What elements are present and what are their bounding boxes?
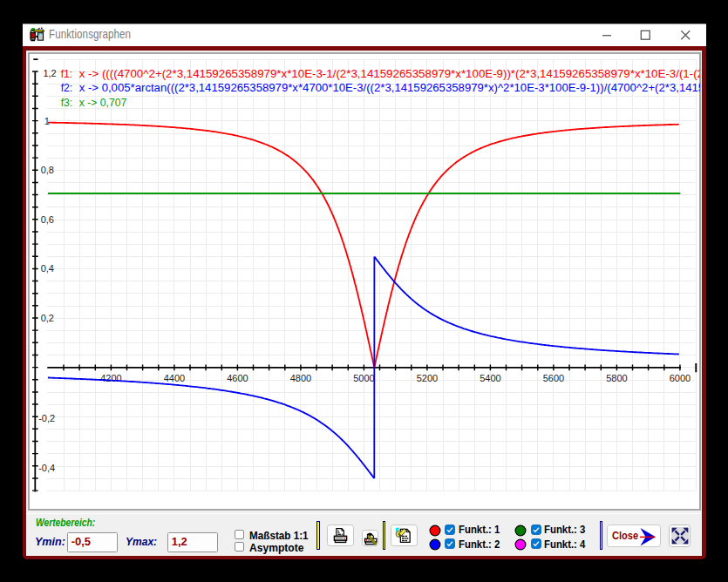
svg-text:1,2: 1,2 [43,68,56,78]
svg-text:0,4: 0,4 [40,263,53,274]
svg-text:4600: 4600 [227,373,248,383]
svg-text:x -> 0,005*arctan(((2*3,141592: x -> 0,005*arctan(((2*3,14159265358979*x… [78,82,699,94]
svg-text:0,2: 0,2 [40,313,53,323]
svg-text:5000: 5000 [353,373,374,383]
svg-text:-0,4: -0,4 [38,463,55,473]
svg-text:f3:: f3: [60,97,72,109]
svg-text:x -> ((((4700^2+(2*3,141592653: x -> ((((4700^2+(2*3,14159265358979*x*10… [78,68,699,80]
svg-text:5800: 5800 [606,373,627,383]
svg-text:0,8: 0,8 [40,165,53,175]
svg-text:5600: 5600 [542,373,563,383]
svg-text:4400: 4400 [163,373,184,383]
svg-text:5200: 5200 [416,373,437,383]
svg-text:-0,2: -0,2 [38,413,55,423]
svg-text:x -> 0,707: x -> 0,707 [78,97,126,109]
svg-text:f1:: f1: [60,68,72,80]
svg-text:4200: 4200 [100,373,121,383]
svg-text:f2:: f2: [60,82,72,94]
svg-text:5400: 5400 [480,373,500,383]
svg-text:6000: 6000 [669,373,690,383]
svg-text:1: 1 [44,116,49,126]
svg-text:0,6: 0,6 [40,214,53,225]
svg-text:4800: 4800 [289,373,310,383]
